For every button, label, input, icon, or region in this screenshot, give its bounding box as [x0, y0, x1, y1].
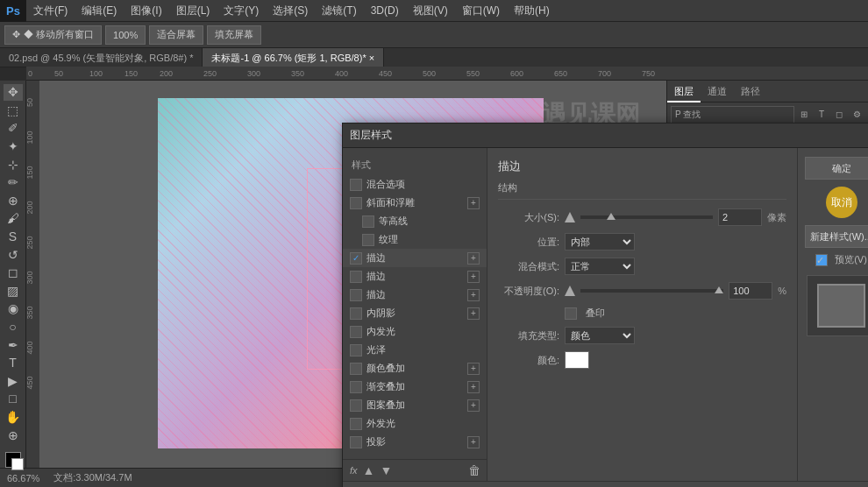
inner-shadow-checkbox[interactable]: [350, 307, 362, 320]
menu-window[interactable]: 窗口(W): [455, 0, 507, 22]
tool-crop[interactable]: ⊹: [4, 156, 23, 173]
fx-up[interactable]: ▲: [363, 463, 375, 477]
tool-magic-wand[interactable]: ✦: [4, 138, 23, 155]
tool-rect-shape[interactable]: □: [4, 391, 23, 407]
menu-help[interactable]: 帮助(H): [507, 0, 557, 22]
fill-type-select[interactable]: 颜色 渐变 图案: [565, 327, 635, 344]
stroke3-checkbox[interactable]: [350, 289, 362, 301]
tool-blur[interactable]: ◉: [4, 300, 23, 317]
menu-edit[interactable]: 编辑(E): [75, 0, 124, 22]
panel-tab-layers[interactable]: 图层: [667, 81, 701, 102]
outer-glow-checkbox[interactable]: [350, 418, 362, 430]
stroke2-expand[interactable]: +: [467, 271, 480, 283]
gradient-overlay-checkbox[interactable]: [350, 381, 362, 393]
tool-lasso[interactable]: ✐: [4, 120, 23, 137]
tool-move[interactable]: ✥: [4, 84, 23, 101]
tool-brush[interactable]: 🖌: [4, 210, 23, 227]
tool-clone-stamp[interactable]: S: [4, 229, 23, 245]
cancel-circle-button[interactable]: 取消: [826, 187, 857, 218]
menu-text[interactable]: 文字(Y): [217, 0, 266, 22]
tool-gradient[interactable]: ▨: [4, 283, 23, 300]
panel-icon-2[interactable]: T: [814, 106, 829, 122]
panel-icon-4[interactable]: ⚙: [849, 106, 864, 122]
tool-spot-heal[interactable]: ⊕: [4, 193, 23, 209]
menu-layer[interactable]: 图层(L): [169, 0, 217, 22]
stroke1-expand[interactable]: +: [467, 252, 480, 265]
tool-zoom[interactable]: ⊕: [4, 427, 23, 443]
drop-shadow-expand[interactable]: +: [467, 436, 480, 448]
size-input[interactable]: [718, 208, 762, 226]
drop-shadow-checkbox[interactable]: [350, 436, 362, 448]
style-item-inner-glow[interactable]: 内发光: [343, 322, 487, 341]
blend-mode-select[interactable]: 正常 溶解 正片叠底: [565, 258, 635, 275]
preview-checkbox[interactable]: ✓: [815, 254, 828, 266]
menu-filter[interactable]: 滤镜(T): [315, 0, 363, 22]
size-slider[interactable]: [580, 215, 713, 219]
style-item-stroke2[interactable]: 描边 +: [343, 267, 487, 286]
bevel-checkbox[interactable]: [350, 197, 362, 209]
menu-file[interactable]: 文件(F): [26, 0, 75, 22]
style-item-stroke1[interactable]: ✓ 描边 +: [343, 249, 487, 267]
move-tool-btn[interactable]: ✥ ◆ 移动所有窗口: [4, 25, 102, 45]
style-item-blend[interactable]: 混合选项: [343, 175, 487, 194]
fx-down[interactable]: ▼: [380, 463, 392, 477]
style-item-texture[interactable]: 纹理: [343, 230, 487, 249]
texture-checkbox[interactable]: [362, 234, 374, 246]
inner-glow-checkbox[interactable]: [350, 326, 362, 338]
tool-history-brush[interactable]: ↺: [4, 246, 23, 263]
pattern-overlay-expand[interactable]: +: [467, 399, 480, 412]
opacity-slider[interactable]: [580, 289, 723, 293]
zoom-btn[interactable]: 100%: [105, 25, 146, 45]
fill-screen-btn[interactable]: 填充屏幕: [207, 25, 261, 45]
inner-shadow-expand[interactable]: +: [467, 307, 480, 320]
stroke3-expand[interactable]: +: [467, 289, 480, 301]
gradient-overlay-expand[interactable]: +: [467, 381, 480, 393]
style-item-outer-glow[interactable]: 外发光: [343, 414, 487, 433]
satin-checkbox[interactable]: [350, 344, 362, 356]
style-item-color-overlay[interactable]: 颜色叠加 +: [343, 359, 487, 378]
stroke2-checkbox[interactable]: [350, 271, 362, 283]
pattern-overlay-checkbox[interactable]: [350, 399, 362, 412]
style-item-contour[interactable]: 等高线: [343, 212, 487, 230]
tool-dodge[interactable]: ○: [4, 319, 23, 335]
menu-image[interactable]: 图像(I): [124, 0, 168, 22]
panel-tab-paths[interactable]: 路径: [734, 81, 767, 102]
panel-tab-channels[interactable]: 通道: [701, 81, 734, 102]
style-item-gradient-overlay[interactable]: 渐变叠加 +: [343, 378, 487, 396]
color-overlay-checkbox[interactable]: [350, 363, 362, 375]
tool-eraser[interactable]: ◻: [4, 265, 23, 281]
blend-checkbox[interactable]: [350, 179, 362, 191]
new-style-button[interactable]: 新建样式(W)...: [805, 225, 868, 248]
tab-02psd[interactable]: 02.psd @ 45.9% (矢量智能对象, RGB/8#) *: [0, 48, 203, 67]
tool-hand[interactable]: ✋: [4, 409, 23, 426]
layer-search[interactable]: P 查找: [671, 106, 794, 124]
fx-delete[interactable]: 🗑: [468, 463, 480, 477]
color-swatch[interactable]: [565, 351, 589, 369]
bevel-expand[interactable]: +: [467, 197, 480, 209]
emboss-checkbox[interactable]: [565, 307, 577, 320]
tool-select-rect[interactable]: ⬚: [4, 102, 23, 119]
tool-eyedropper[interactable]: ✏: [4, 174, 23, 191]
menu-view[interactable]: 视图(V): [406, 0, 455, 22]
fit-screen-btn[interactable]: 适合屏幕: [149, 25, 203, 45]
tool-path-select[interactable]: ▶: [4, 373, 23, 390]
style-item-pattern-overlay[interactable]: 图案叠加 +: [343, 396, 487, 414]
tool-type[interactable]: T: [4, 355, 23, 371]
tool-pen[interactable]: ✒: [4, 336, 23, 353]
style-item-stroke3[interactable]: 描边 +: [343, 286, 487, 304]
confirm-button[interactable]: 确定: [805, 157, 868, 180]
style-item-drop-shadow[interactable]: 投影 +: [343, 433, 487, 451]
opacity-input[interactable]: [729, 282, 772, 300]
panel-icon-3[interactable]: ◻: [831, 106, 847, 122]
menu-3d[interactable]: 3D(D): [364, 0, 406, 22]
style-item-satin[interactable]: 光泽: [343, 341, 487, 359]
stroke1-checkbox[interactable]: ✓: [350, 252, 362, 265]
color-overlay-expand[interactable]: +: [467, 363, 480, 375]
panel-icon-1[interactable]: ⊞: [796, 106, 812, 122]
style-item-bevel[interactable]: 斜面和浮雕 +: [343, 194, 487, 212]
style-item-inner-shadow[interactable]: 内阴影 +: [343, 304, 487, 322]
menu-select[interactable]: 选择(S): [266, 0, 315, 22]
position-select[interactable]: 内部 外部 居中: [565, 233, 635, 251]
contour-checkbox[interactable]: [362, 215, 374, 228]
tab-untitled[interactable]: 未标题-1 @ 66.7% (矩形 1, RGB/8)* ×: [203, 48, 384, 67]
